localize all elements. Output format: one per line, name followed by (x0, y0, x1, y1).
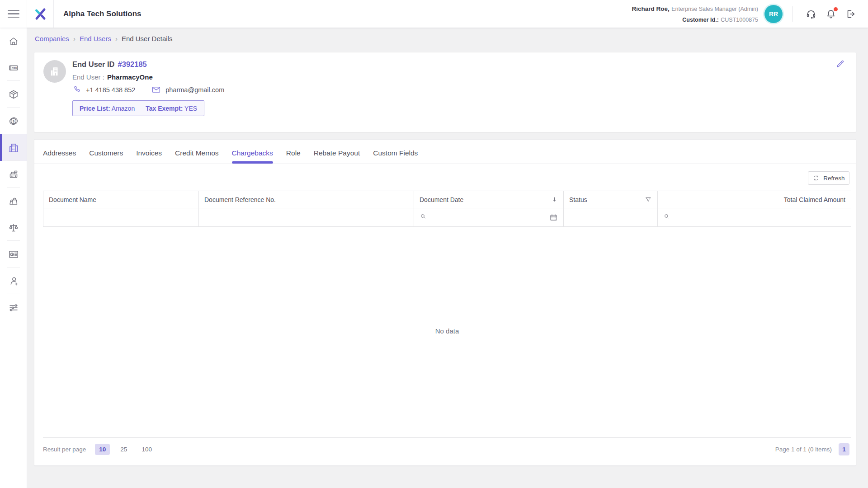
app-root: Alpha Tech Solutions Richard Roe, Enterp… (0, 0, 868, 488)
end-user-name-label: End User : (72, 73, 104, 81)
filter-total-claimed-input[interactable] (674, 213, 845, 221)
shopping-bags-icon (8, 196, 19, 206)
user-meta: Richard Roe, Enterprise Sales Manager (A… (632, 3, 758, 24)
balance-scale-icon: D C (8, 222, 19, 233)
sidebar-item-home[interactable] (0, 28, 27, 54)
tab-rebate-payout[interactable]: Rebate Payout (314, 142, 360, 164)
filter-document-reference-input[interactable] (204, 213, 408, 221)
package-box-icon (8, 89, 19, 100)
phone-value: +1 4185 438 852 (86, 86, 135, 94)
sidebar-item-billing[interactable] (0, 161, 27, 188)
tab-invoices[interactable]: Invoices (136, 142, 162, 164)
pencil-icon (835, 59, 845, 69)
hamburger-menu-button[interactable] (0, 0, 27, 28)
column-header-total-claimed[interactable]: Total Claimed Amount (658, 191, 851, 208)
details-card: Addresses Customers Invoices Credit Memo… (34, 139, 856, 466)
refresh-label: Refresh (823, 175, 844, 182)
avatar[interactable]: RR (764, 5, 783, 23)
breadcrumb-companies[interactable]: Companies (35, 35, 69, 42)
sidebar-item-crm[interactable]: CRM (0, 54, 27, 81)
column-header-document-date[interactable]: Document Date (414, 191, 564, 208)
email-value: pharma@gmail.com (165, 86, 224, 94)
page-size-10[interactable]: 10 (95, 444, 110, 455)
sidebar-item-settings[interactable] (0, 294, 27, 321)
refresh-button[interactable]: Refresh (808, 171, 849, 185)
filter-cell-total-claimed[interactable] (658, 208, 851, 227)
sidebar-item-reports[interactable] (0, 241, 27, 267)
filter-document-name-input[interactable] (49, 213, 193, 221)
sidebar-item-add-user[interactable] (0, 267, 27, 294)
customer-id-value: CUST1000875 (721, 17, 758, 23)
dollar-coin-icon: $ (8, 116, 19, 127)
crm-card-icon: CRM (8, 62, 19, 73)
price-list: Price List: Amazon (80, 105, 135, 112)
sidebar-item-products[interactable] (0, 81, 27, 108)
filter-cell-document-name[interactable] (43, 208, 199, 227)
report-card-icon (8, 249, 19, 260)
phone-icon (72, 85, 81, 94)
logo-button[interactable] (27, 0, 54, 28)
buildings-icon (8, 142, 19, 154)
search-icon (420, 213, 427, 220)
empty-state-text: No data (43, 327, 851, 335)
customer-id-label: Customer Id.: (682, 17, 719, 23)
sidebar-item-companies[interactable] (0, 134, 27, 161)
calendar-icon (549, 213, 558, 222)
logout-button[interactable] (841, 6, 861, 22)
end-user-id-link[interactable]: #392185 (118, 60, 147, 69)
column-header-document-reference[interactable]: Document Reference No. (199, 191, 414, 208)
page-size-25[interactable]: 25 (116, 444, 131, 455)
user-role: Enterprise Sales Manager (Admin) (671, 6, 758, 12)
result-per-page-label: Result per page (43, 446, 86, 453)
column-header-status[interactable]: Status (564, 191, 658, 208)
page-size-100[interactable]: 100 (137, 444, 156, 455)
chevron-right-icon: › (115, 35, 118, 42)
chargebacks-table: Document Name Document Reference No. Doc… (43, 191, 851, 438)
sidebar-item-pricing[interactable]: $ (0, 108, 27, 134)
table-footer: Result per page 10 25 100 Page 1 of 1 (0… (43, 436, 849, 463)
breadcrumb: Companies › End Users › End User Details (35, 35, 172, 42)
sidebar-item-purchases[interactable] (0, 188, 27, 214)
edit-button[interactable] (833, 59, 848, 70)
email-contact: pharma@gmail.com (151, 85, 224, 94)
notification-badge (834, 7, 838, 11)
tab-bar: Addresses Customers Invoices Credit Memo… (34, 140, 856, 164)
headset-icon (806, 9, 816, 19)
tab-custom-fields[interactable]: Custom Fields (373, 142, 418, 164)
app-header: Alpha Tech Solutions Richard Roe, Enterp… (0, 0, 868, 28)
tab-credit-memos[interactable]: Credit Memos (175, 142, 218, 164)
filter-cell-document-reference[interactable] (199, 208, 414, 227)
breadcrumb-end-users[interactable]: End Users (80, 35, 111, 42)
notifications-button[interactable] (821, 6, 841, 22)
end-user-summary-card: End User ID #392185 End User : PharmacyO… (34, 52, 856, 132)
tab-role[interactable]: Role (286, 142, 301, 164)
brand-x-icon (33, 6, 48, 22)
main-content: Companies › End Users › End User Details (27, 28, 868, 488)
filter-cell-document-date[interactable] (414, 208, 564, 227)
page-info: Page 1 of 1 (0 items) (775, 446, 832, 453)
tab-addresses[interactable]: Addresses (43, 142, 76, 164)
filter-document-date-input[interactable] (430, 213, 546, 221)
search-icon (663, 213, 670, 220)
date-picker-button[interactable] (549, 213, 558, 222)
column-header-document-name[interactable]: Document Name (43, 191, 199, 208)
tax-exempt: Tax Exempt: YES (146, 105, 197, 112)
sidebar: CRM $ (0, 28, 27, 488)
end-user-id-label: End User ID (72, 60, 115, 69)
add-user-icon (8, 276, 19, 286)
filter-funnel-icon[interactable] (645, 196, 652, 203)
table-filter-row (43, 208, 851, 227)
svg-text:$: $ (13, 119, 14, 123)
filter-status-input[interactable] (569, 213, 652, 221)
page-button-1[interactable]: 1 (839, 443, 849, 455)
filter-cell-status[interactable] (564, 208, 658, 227)
tab-customers[interactable]: Customers (89, 142, 123, 164)
table-body: No data (43, 227, 851, 438)
mail-icon (151, 85, 161, 94)
table-header-row: Document Name Document Reference No. Doc… (43, 191, 851, 208)
end-user-name-value: PharmacyOne (107, 73, 153, 81)
support-button[interactable] (801, 6, 821, 22)
tab-chargebacks[interactable]: Chargebacks (232, 142, 273, 164)
entity-info: End User ID #392185 End User : PharmacyO… (72, 60, 224, 116)
sidebar-item-ledger[interactable]: D C (0, 214, 27, 241)
